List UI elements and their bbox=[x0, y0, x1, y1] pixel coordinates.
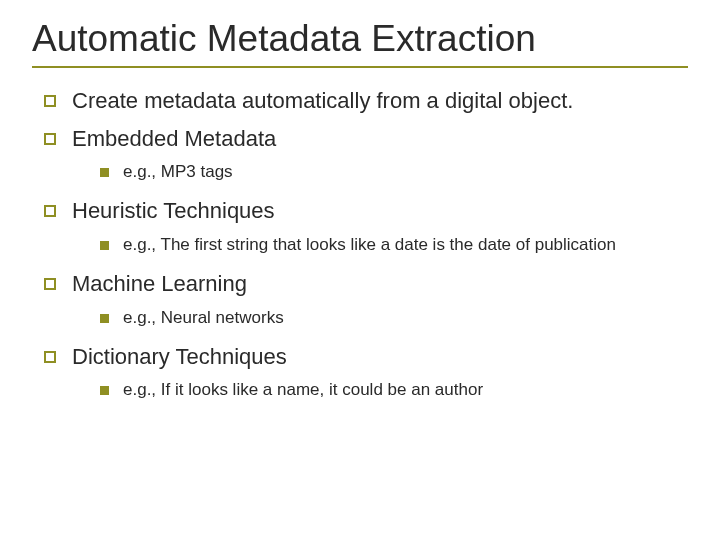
square-outline-bullet-icon bbox=[44, 133, 56, 145]
sub-bullet-item: e.g., MP3 tags bbox=[100, 161, 684, 184]
title-underline bbox=[32, 66, 688, 68]
square-fill-bullet-icon bbox=[100, 241, 109, 250]
bullet-item: Machine Learning bbox=[44, 269, 684, 299]
bullet-text: Heuristic Techniques bbox=[72, 196, 275, 226]
bullet-text: Create metadata automatically from a dig… bbox=[72, 86, 573, 116]
square-outline-bullet-icon bbox=[44, 278, 56, 290]
bullet-item: Create metadata automatically from a dig… bbox=[44, 86, 684, 116]
square-outline-bullet-icon bbox=[44, 95, 56, 107]
square-outline-bullet-icon bbox=[44, 205, 56, 217]
slide: Automatic Metadata Extraction Create met… bbox=[0, 0, 720, 540]
sub-bullet-text: e.g., The first string that looks like a… bbox=[123, 234, 616, 257]
sub-bullet-text: e.g., MP3 tags bbox=[123, 161, 233, 184]
square-outline-bullet-icon bbox=[44, 351, 56, 363]
bullet-item: Heuristic Techniques bbox=[44, 196, 684, 226]
bullet-text: Machine Learning bbox=[72, 269, 247, 299]
slide-content: Create metadata automatically from a dig… bbox=[32, 86, 688, 402]
slide-title: Automatic Metadata Extraction bbox=[32, 18, 688, 60]
square-fill-bullet-icon bbox=[100, 314, 109, 323]
bullet-item: Dictionary Techniques bbox=[44, 342, 684, 372]
sub-bullet-text: e.g., Neural networks bbox=[123, 307, 284, 330]
sub-bullet-item: e.g., If it looks like a name, it could … bbox=[100, 379, 684, 402]
bullet-text: Dictionary Techniques bbox=[72, 342, 287, 372]
square-fill-bullet-icon bbox=[100, 386, 109, 395]
bullet-item: Embedded Metadata bbox=[44, 124, 684, 154]
bullet-text: Embedded Metadata bbox=[72, 124, 276, 154]
sub-bullet-item: e.g., The first string that looks like a… bbox=[100, 234, 684, 257]
square-fill-bullet-icon bbox=[100, 168, 109, 177]
sub-bullet-text: e.g., If it looks like a name, it could … bbox=[123, 379, 483, 402]
sub-bullet-item: e.g., Neural networks bbox=[100, 307, 684, 330]
